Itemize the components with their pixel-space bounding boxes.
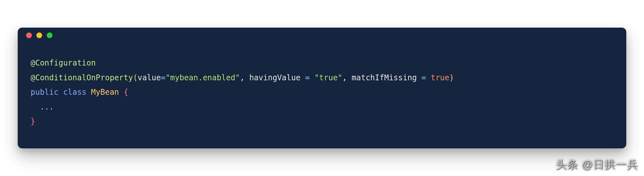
op-eq1: = (161, 73, 166, 82)
brace-close: } (31, 117, 35, 126)
code-line-1: @Configuration (31, 58, 96, 67)
code-line-5: } (31, 117, 35, 126)
close-icon[interactable] (26, 32, 32, 38)
classname-mybean: MyBean (91, 88, 119, 97)
kw-class: class (63, 88, 86, 97)
param-having: havingValue (249, 73, 300, 82)
watermark-text: 头条 @日拱一兵 (556, 157, 638, 172)
minimize-icon[interactable] (36, 32, 42, 38)
kw-public: public (31, 88, 59, 97)
param-match: matchIfMissing (352, 73, 417, 82)
annotation-configuration: @Configuration (31, 58, 96, 67)
code-window: @Configuration @ConditionalOnProperty(va… (18, 28, 626, 148)
window-titlebar (18, 28, 626, 43)
brace-open: { (124, 88, 128, 97)
string-mybean: "mybean.enabled" (166, 73, 240, 82)
op-eq2: = (300, 73, 314, 82)
annotation-conditional: @ConditionalOnProperty (31, 73, 133, 82)
bool-true: true (431, 73, 450, 82)
rparen: ) (450, 73, 454, 82)
code-line-2: @ConditionalOnProperty(value="mybean.ena… (31, 73, 454, 82)
lparen: ( (133, 73, 137, 82)
maximize-icon[interactable] (47, 32, 52, 38)
string-true: "true" (314, 73, 342, 82)
param-value: value (137, 73, 161, 82)
code-line-4: ... (31, 102, 54, 111)
code-content: @Configuration @ConditionalOnProperty(va… (18, 43, 626, 148)
code-line-3: public class MyBean { (31, 88, 128, 97)
comma2: , (342, 73, 352, 82)
op-eq3: = (417, 73, 431, 82)
comma1: , (240, 73, 249, 82)
ellipsis: ... (40, 102, 54, 111)
